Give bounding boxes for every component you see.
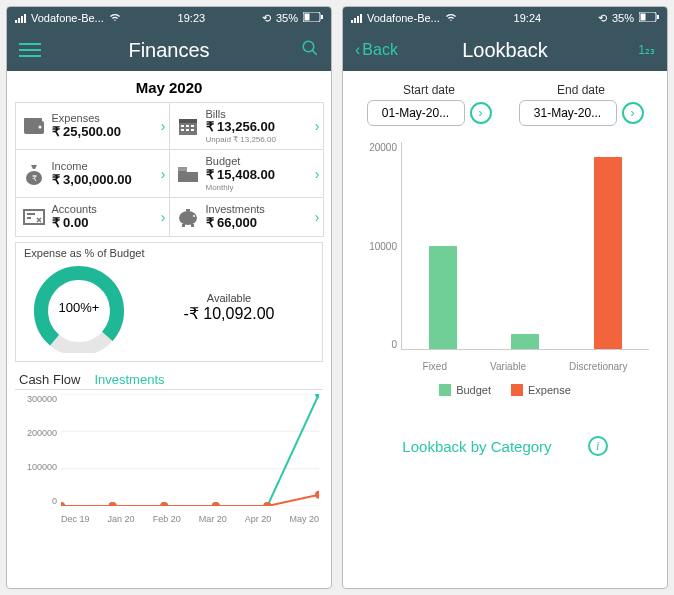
bar-discretionary xyxy=(594,157,622,349)
accounts-label: Accounts xyxy=(52,203,97,216)
bar-variable xyxy=(511,334,539,349)
tab-cashflow[interactable]: Cash Flow xyxy=(19,372,80,387)
svg-point-3 xyxy=(303,41,314,52)
chevron-right-icon: › xyxy=(315,118,320,134)
investments-line-chart: 3000002000001000000 Dec 19Jan 20Feb 20Ma… xyxy=(15,394,323,524)
income-label: Income xyxy=(52,160,132,173)
bills-card[interactable]: Bills₹ 13,256.00Unpaid ₹ 13,256.00 › xyxy=(169,102,324,151)
svg-point-36 xyxy=(315,394,319,398)
lookback-screen: Vodafone-Be... 19:24 ⟲ 35% ‹Back Lookbac… xyxy=(342,6,668,589)
available-label: Available xyxy=(144,292,314,304)
svg-point-39 xyxy=(160,502,168,506)
wallet-icon xyxy=(22,114,46,138)
back-label: Back xyxy=(362,41,398,59)
svg-rect-18 xyxy=(178,167,187,171)
signal-icon xyxy=(351,14,362,23)
folder-icon xyxy=(176,162,200,186)
start-date-go-button[interactable]: › xyxy=(470,102,492,124)
available-value: -₹ 10,092.00 xyxy=(144,304,314,323)
wifi-icon xyxy=(445,12,457,24)
carrier-label: Vodafone-Be... xyxy=(31,12,104,24)
moneybag-icon: ₹ xyxy=(22,162,46,186)
tab-investments[interactable]: Investments xyxy=(94,372,164,387)
svg-point-7 xyxy=(38,125,41,128)
carrier-label: Vodafone-Be... xyxy=(367,12,440,24)
budget-card[interactable]: Budget₹ 15,408.00Monthly › xyxy=(169,149,324,198)
page-title: Finances xyxy=(128,39,209,62)
status-time: 19:23 xyxy=(178,12,206,24)
gauge-title: Expense as % of Budget xyxy=(24,247,314,259)
svg-point-23 xyxy=(193,215,195,217)
calendar-icon xyxy=(176,114,200,138)
svg-rect-12 xyxy=(191,125,194,127)
bar-fixed xyxy=(429,246,457,350)
svg-rect-6 xyxy=(24,118,42,123)
svg-rect-11 xyxy=(186,125,189,127)
end-date-label: End date xyxy=(557,83,605,97)
svg-rect-1 xyxy=(305,14,310,21)
wifi-icon xyxy=(109,12,121,24)
accounts-icon xyxy=(22,205,46,229)
budget-gauge: 100%+ xyxy=(24,261,134,353)
chevron-right-icon: › xyxy=(315,166,320,182)
legend-expense-swatch xyxy=(511,384,523,396)
end-date-input[interactable]: 31-May-20... xyxy=(519,100,617,126)
chevron-right-icon: › xyxy=(631,106,635,120)
svg-rect-21 xyxy=(182,224,185,227)
start-date-label: Start date xyxy=(403,83,455,97)
signal-icon xyxy=(15,14,26,23)
svg-rect-13 xyxy=(181,129,184,131)
lookback-by-category-link[interactable]: Lookback by Category xyxy=(402,438,551,455)
svg-point-41 xyxy=(263,502,271,506)
accounts-card[interactable]: Accounts₹ 0.00 › xyxy=(15,197,170,237)
svg-rect-22 xyxy=(191,224,194,227)
gauge-value: 100%+ xyxy=(24,261,134,353)
investments-label: Investments xyxy=(206,203,265,216)
end-date-go-button[interactable]: › xyxy=(622,102,644,124)
month-title: May 2020 xyxy=(15,79,323,96)
svg-rect-10 xyxy=(181,125,184,127)
investments-card[interactable]: Investments₹ 66,000 › xyxy=(169,197,324,237)
chart-tabs: Cash Flow Investments xyxy=(15,368,323,390)
chevron-right-icon: › xyxy=(479,106,483,120)
menu-icon[interactable] xyxy=(19,43,41,57)
svg-rect-45 xyxy=(657,15,659,19)
chevron-left-icon: ‹ xyxy=(355,41,360,59)
income-value: ₹ 3,00,000.00 xyxy=(52,173,132,188)
income-card[interactable]: ₹ Income₹ 3,00,000.00 › xyxy=(15,149,170,198)
gauge-section: Expense as % of Budget 100%+ Available -… xyxy=(15,242,323,362)
status-bar: Vodafone-Be... 19:23 ⟲ 35% xyxy=(7,7,331,29)
chevron-right-icon: › xyxy=(161,166,166,182)
svg-rect-24 xyxy=(186,209,190,211)
chevron-right-icon: › xyxy=(315,209,320,225)
svg-text:₹: ₹ xyxy=(31,174,36,183)
svg-rect-44 xyxy=(641,14,646,21)
search-icon[interactable] xyxy=(301,39,319,61)
rotation-lock-icon: ⟲ xyxy=(598,12,607,25)
tabs-indicator[interactable]: 1₂₃ xyxy=(638,43,655,57)
svg-point-40 xyxy=(212,502,220,506)
svg-rect-9 xyxy=(179,119,197,123)
svg-rect-2 xyxy=(321,15,323,19)
finances-header: Finances xyxy=(7,29,331,71)
svg-point-42 xyxy=(315,491,319,499)
accounts-value: ₹ 0.00 xyxy=(52,216,97,231)
expenses-value: ₹ 25,500.00 xyxy=(52,125,121,140)
svg-rect-14 xyxy=(186,129,189,131)
rotation-lock-icon: ⟲ xyxy=(262,12,271,25)
expenses-label: Expenses xyxy=(52,112,121,125)
battery-icon xyxy=(303,12,323,24)
page-title: Lookback xyxy=(462,39,548,62)
battery-percent: 35% xyxy=(612,12,634,24)
legend-budget-label: Budget xyxy=(456,384,491,396)
info-icon[interactable]: i xyxy=(588,436,608,456)
back-button[interactable]: ‹Back xyxy=(355,41,398,59)
budget-value: ₹ 15,408.00 xyxy=(206,168,275,183)
status-bar: Vodafone-Be... 19:24 ⟲ 35% xyxy=(343,7,667,29)
piggy-icon xyxy=(176,205,200,229)
status-time: 19:24 xyxy=(514,12,542,24)
start-date-input[interactable]: 01-May-20... xyxy=(367,100,465,126)
expenses-card[interactable]: Expenses₹ 25,500.00 › xyxy=(15,102,170,151)
svg-point-20 xyxy=(179,211,197,225)
finances-screen: Vodafone-Be... 19:23 ⟲ 35% Finances May … xyxy=(6,6,332,589)
